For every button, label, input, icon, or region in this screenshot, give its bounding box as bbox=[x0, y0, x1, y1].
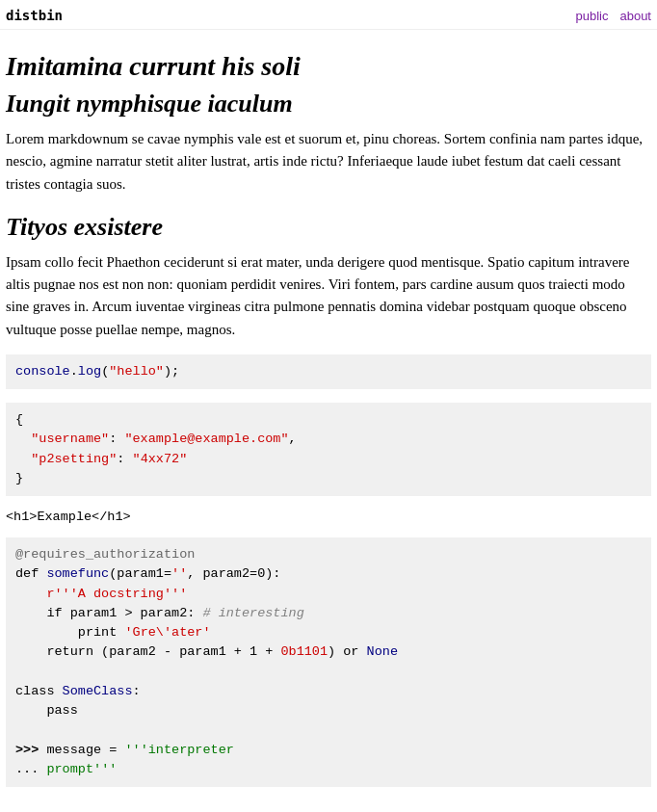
nav-public[interactable]: public bbox=[575, 9, 608, 23]
heading-2: Iungit nymphisque iaculum bbox=[6, 90, 651, 118]
site-header: distbin public about bbox=[0, 0, 657, 30]
brand-logo[interactable]: distbin bbox=[6, 8, 63, 23]
code-inline-1: <h1>Example</h1> bbox=[6, 510, 651, 524]
code-block-3: @requires_authorization def somefunc(par… bbox=[6, 537, 651, 787]
paragraph-2: Ipsam collo fecit Phaethon ceciderunt si… bbox=[6, 251, 651, 341]
main-content: Imitamina currunt his soli Iungit nymphi… bbox=[0, 30, 657, 812]
code-block-2: { "username": "example@example.com", "p2… bbox=[6, 403, 651, 496]
heading-3: Tityos exsistere bbox=[6, 213, 651, 242]
paragraph-1: Lorem markdownum se cavae nymphis vale e… bbox=[6, 128, 651, 196]
nav-about[interactable]: about bbox=[619, 9, 651, 23]
nav-links: public about bbox=[575, 9, 651, 23]
heading-1: Imitamina currunt his soli bbox=[6, 51, 651, 82]
code-block-1: console.log("hello"); bbox=[6, 354, 651, 389]
